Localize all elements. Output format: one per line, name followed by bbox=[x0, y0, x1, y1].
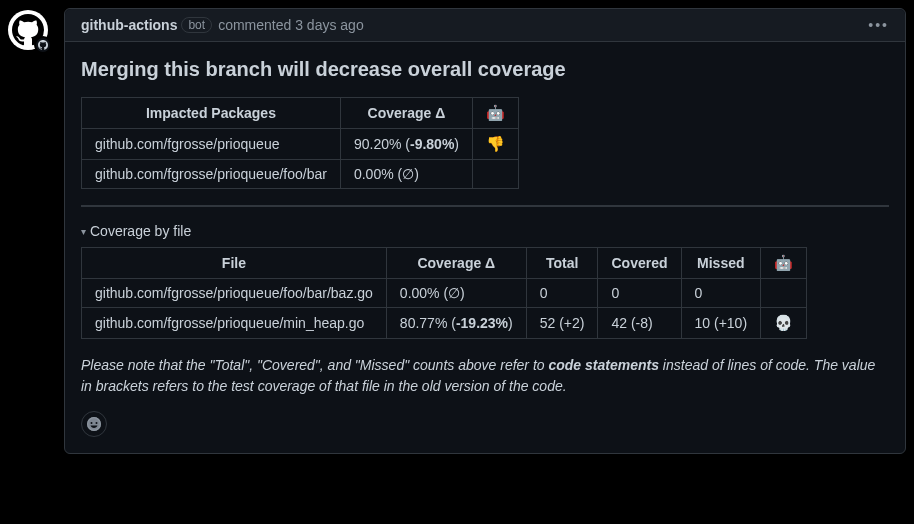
bot-label: bot bbox=[181, 17, 212, 33]
table-row: github.com/fgrosse/prioqueue/min_heap.go… bbox=[82, 308, 807, 339]
table-row: github.com/fgrosse/prioqueue 90.20% (-9.… bbox=[82, 129, 519, 160]
coverage-by-file-toggle[interactable]: Coverage by file bbox=[81, 223, 889, 239]
col-missed: Missed bbox=[681, 248, 761, 279]
file-total: 52 (+2) bbox=[526, 308, 598, 339]
bot-badge-icon bbox=[34, 36, 52, 54]
commented-text: commented 3 days ago bbox=[218, 17, 364, 33]
file-coverage: 80.77% (-19.23%) bbox=[386, 308, 526, 339]
footnote: Please note that the "Total", "Covered",… bbox=[81, 355, 889, 397]
files-table: File Coverage Δ Total Covered Missed 🤖 g… bbox=[81, 247, 807, 339]
table-row: github.com/fgrosse/prioqueue/foo/bar 0.0… bbox=[82, 160, 519, 189]
file-covered: 42 (-8) bbox=[598, 308, 681, 339]
file-coverage: 0.00% (∅) bbox=[386, 279, 526, 308]
table-row: github.com/fgrosse/prioqueue/foo/bar/baz… bbox=[82, 279, 807, 308]
pkg-coverage: 0.00% (∅) bbox=[340, 160, 472, 189]
skull-icon: 💀 bbox=[761, 308, 807, 339]
thumbs-down-icon: 👎 bbox=[473, 129, 519, 160]
add-reaction-button[interactable] bbox=[81, 411, 107, 437]
file-missed: 0 bbox=[681, 279, 761, 308]
file-name: github.com/fgrosse/prioqueue/min_heap.go bbox=[82, 308, 387, 339]
col-covered: Covered bbox=[598, 248, 681, 279]
col-coverage-delta: Coverage Δ bbox=[340, 98, 472, 129]
more-actions-icon[interactable]: ••• bbox=[868, 17, 889, 33]
col-robot-icon: 🤖 bbox=[761, 248, 807, 279]
pkg-name: github.com/fgrosse/prioqueue/foo/bar bbox=[82, 160, 341, 189]
col-file: File bbox=[82, 248, 387, 279]
pkg-coverage: 90.20% (-9.80%) bbox=[340, 129, 472, 160]
col-coverage-delta: Coverage Δ bbox=[386, 248, 526, 279]
smiley-icon bbox=[86, 416, 102, 432]
col-total: Total bbox=[526, 248, 598, 279]
file-missed: 10 (+10) bbox=[681, 308, 761, 339]
file-total: 0 bbox=[526, 279, 598, 308]
comment-body: Merging this branch will decrease overal… bbox=[65, 42, 905, 453]
comment-header: github-actions bot commented 3 days ago … bbox=[65, 9, 905, 42]
status-emoji bbox=[473, 160, 519, 189]
file-name: github.com/fgrosse/prioqueue/foo/bar/baz… bbox=[82, 279, 387, 308]
timestamp-link[interactable]: 3 days ago bbox=[295, 17, 364, 33]
packages-table: Impacted Packages Coverage Δ 🤖 github.co… bbox=[81, 97, 519, 189]
author-avatar[interactable] bbox=[8, 10, 48, 50]
col-packages: Impacted Packages bbox=[82, 98, 341, 129]
coverage-title: Merging this branch will decrease overal… bbox=[81, 58, 889, 81]
comment-container: github-actions bot commented 3 days ago … bbox=[64, 8, 906, 454]
file-covered: 0 bbox=[598, 279, 681, 308]
pkg-name: github.com/fgrosse/prioqueue bbox=[82, 129, 341, 160]
status-emoji bbox=[761, 279, 807, 308]
author-link[interactable]: github-actions bbox=[81, 17, 177, 33]
divider bbox=[81, 205, 889, 207]
col-robot-icon: 🤖 bbox=[473, 98, 519, 129]
